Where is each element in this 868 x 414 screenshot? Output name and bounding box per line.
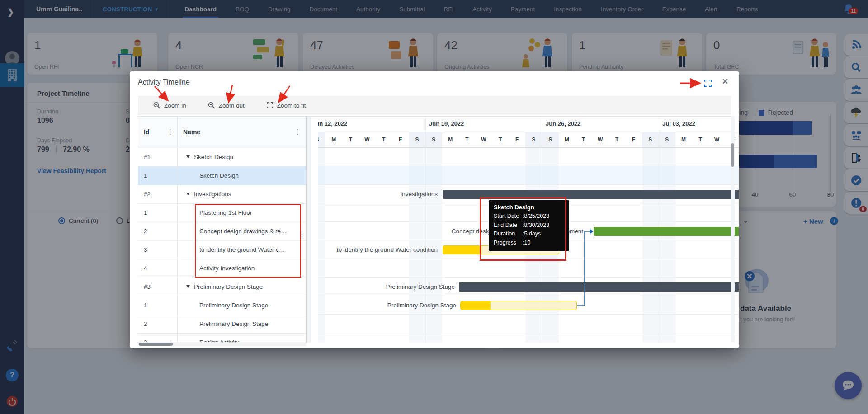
- chart-body: Investigations Concept design drawings &…: [318, 148, 739, 343]
- table-row[interactable]: 3 to identify the ground Water c…: [138, 241, 306, 259]
- scrollbar-thumb[interactable]: [731, 143, 734, 167]
- vertical-scrollbar: [731, 116, 735, 342]
- horizontal-scrollbar: [138, 342, 306, 346]
- fullscreen-icon: [704, 80, 712, 87]
- collapse-caret-icon[interactable]: [186, 193, 190, 197]
- collapse-caret-icon[interactable]: [186, 285, 190, 290]
- task-tooltip: Sketch Design Start Date8/25/2023 End Da…: [489, 200, 569, 251]
- zoom-to-fit-icon: [266, 102, 274, 109]
- column-menu-icon[interactable]: ⋮: [294, 127, 301, 136]
- table-row[interactable]: #2Investigations: [138, 185, 306, 204]
- zoom-to-fit-button[interactable]: Zoom to fit: [266, 102, 306, 109]
- gantt-toolbar: Zoom in Zoom out Zoom to fit: [138, 96, 731, 115]
- week-header: Jun 12, 2022 Jun 19, 2022 Jun 26, 2022 J…: [318, 117, 739, 132]
- close-button[interactable]: ✕: [722, 77, 728, 86]
- collapse-caret-icon[interactable]: [186, 155, 190, 160]
- table-row-selected[interactable]: 1Sketch Design: [138, 167, 306, 185]
- zoom-out-button[interactable]: Zoom out: [208, 102, 245, 109]
- table-header: Id ⋮ Name ⋮: [138, 117, 306, 148]
- column-header-name: Name: [183, 117, 200, 148]
- table-row[interactable]: 4Activity Investigation: [138, 259, 306, 278]
- week-label: Jun 26, 2022: [546, 120, 580, 127]
- activity-timeline-modal: Activity Timeline ✕ Zoom in Zoom out Zoo…: [130, 71, 739, 348]
- table-row[interactable]: 1Plastering 1st Floor: [138, 204, 306, 222]
- button-label: Zoom to fit: [277, 102, 306, 109]
- table-row[interactable]: #3Preliminary Design Stage: [138, 278, 306, 296]
- scrollbar-thumb[interactable]: [139, 343, 173, 346]
- table-row[interactable]: 3Design Activity: [138, 334, 306, 343]
- modal-title: Activity Timeline: [138, 78, 190, 86]
- gantt-grid: Id ⋮ Name ⋮ #1Sketch Design 1Sketch Desi…: [138, 116, 731, 343]
- zoom-out-icon: [208, 102, 215, 109]
- zoom-in-icon: [153, 102, 160, 109]
- button-label: Zoom in: [164, 102, 186, 109]
- day-header: SMTWTFSSMTWTFSSMTWTFSSMTWT: [318, 132, 739, 148]
- table-row[interactable]: #1Sketch Design: [138, 148, 306, 167]
- week-label: Jun 12, 2022: [318, 120, 347, 127]
- week-label: Jul 03, 2022: [662, 120, 695, 127]
- zoom-in-button[interactable]: Zoom in: [153, 102, 186, 109]
- column-header-id: Id: [144, 117, 149, 148]
- table-row[interactable]: 1Preliminary Design Stage: [138, 296, 306, 315]
- table-chart-splitter[interactable]: [306, 117, 311, 343]
- screen: ❯ ? Umm Guailina..: [0, 0, 868, 414]
- task-table: Id ⋮ Name ⋮ #1Sketch Design 1Sketch Desi…: [138, 117, 306, 343]
- column-menu-icon[interactable]: ⋮: [167, 127, 174, 136]
- row-menu-icon[interactable]: ⋮: [299, 227, 305, 240]
- fullscreen-button[interactable]: [704, 80, 712, 89]
- table-row[interactable]: 2Preliminary Design Stage: [138, 315, 306, 334]
- table-row[interactable]: 2Concept design drawings & re…⋮: [138, 222, 306, 241]
- week-label: Jun 19, 2022: [429, 120, 464, 127]
- gantt-chart: Jun 12, 2022 Jun 19, 2022 Jun 26, 2022 J…: [318, 117, 739, 343]
- button-label: Zoom out: [219, 102, 245, 109]
- tooltip-title: Sketch Design: [494, 204, 564, 211]
